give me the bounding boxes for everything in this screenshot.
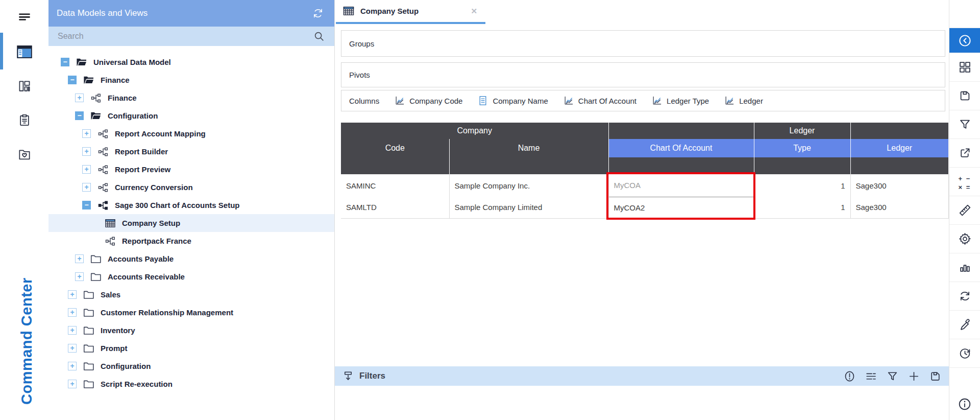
tab-company-setup[interactable]: Company Setup ✕ <box>335 0 485 22</box>
tree-item-finance[interactable]: +Finance <box>48 89 334 107</box>
folder-open-icon <box>76 58 87 67</box>
collapse-toggle-icon[interactable]: − <box>82 201 91 209</box>
tree-item-universal-data-model[interactable]: −Universal Data Model <box>48 53 334 71</box>
cell-type[interactable]: 1 <box>754 174 850 197</box>
collapse-toggle-icon[interactable]: − <box>61 58 69 66</box>
expand-toggle-icon[interactable]: + <box>82 183 91 192</box>
folder-closed-icon <box>90 272 102 282</box>
cell-ledger[interactable]: Sage300 <box>850 174 948 197</box>
collapse-panel-button[interactable] <box>949 28 980 53</box>
expand-toggle-icon[interactable]: + <box>75 254 84 263</box>
tree-item-prompt[interactable]: +Prompt <box>48 339 334 357</box>
expand-toggle-icon[interactable]: + <box>68 362 77 370</box>
tree-item-report-preview[interactable]: +Report Preview <box>48 160 334 178</box>
collapse-toggle-icon[interactable]: − <box>68 76 77 84</box>
column-chip-ledger-type[interactable]: Ledger Type <box>652 96 709 106</box>
refresh-icon[interactable] <box>312 7 324 19</box>
rail-button-menu[interactable] <box>0 3 48 32</box>
expand-toggle-icon[interactable]: + <box>75 94 84 102</box>
expand-toggle-icon[interactable]: + <box>68 290 77 299</box>
column-header-code[interactable]: Code <box>341 139 449 157</box>
refresh-button[interactable] <box>949 282 980 311</box>
tree-item-sage-300-chart-of-accounts-setup[interactable]: −Sage 300 Chart of Accounts Setup <box>48 196 334 214</box>
funnel-icon <box>958 118 972 131</box>
column-chip-company-name[interactable]: Company Name <box>478 96 548 106</box>
collapse-toggle-icon[interactable]: − <box>75 111 84 120</box>
expand-toggle-icon[interactable]: + <box>82 165 91 174</box>
formula-button[interactable]: + −× = <box>949 168 980 196</box>
tree-item-configuration[interactable]: −Configuration <box>48 107 334 125</box>
tree-item-finance[interactable]: −Finance <box>48 71 334 89</box>
cell-name[interactable]: Sample Company Limited <box>449 197 608 218</box>
cell-chart-of-account[interactable]: MyCOA2 <box>608 197 754 218</box>
cell-code[interactable]: SAMINC <box>341 174 449 197</box>
column-header-name[interactable]: Name <box>449 139 608 157</box>
save-button[interactable] <box>949 82 980 110</box>
tree-item-report-builder[interactable]: +Report Builder <box>48 143 334 160</box>
ruler-button[interactable] <box>949 196 980 225</box>
grid-squares-icon <box>958 60 972 74</box>
tree-item-report-account-mapping[interactable]: +Report Account Mapping <box>48 125 334 143</box>
cell-ledger[interactable]: Sage300 <box>850 197 948 218</box>
expand-toggle-icon[interactable]: + <box>68 326 77 335</box>
grid-view-button[interactable] <box>949 53 980 82</box>
expand-toggle-icon[interactable]: + <box>82 129 91 138</box>
column-chip-chart-of-account[interactable]: Chart Of Account <box>564 96 636 106</box>
tree-item-script-re-execution[interactable]: +Script Re-execution <box>48 375 334 393</box>
groups-dropzone[interactable]: Groups <box>341 30 945 57</box>
expand-toggle-icon[interactable]: + <box>68 344 77 353</box>
tree-item-label: Accounts Receivable <box>108 272 185 281</box>
tree-item-configuration[interactable]: +Configuration <box>48 357 334 375</box>
expand-toggle-icon[interactable]: + <box>68 380 77 388</box>
cell-name[interactable]: Sample Company Inc. <box>449 174 608 197</box>
expand-toggle-icon[interactable]: + <box>75 272 84 281</box>
expand-toggle-icon[interactable]: + <box>82 147 91 156</box>
tree-item-sales[interactable]: +Sales <box>48 286 334 304</box>
tree-item-accounts-receivable[interactable]: +Accounts Receivable <box>48 268 334 286</box>
rail-button-favorites[interactable] <box>0 140 48 169</box>
column-header-type[interactable]: Type <box>754 139 850 157</box>
search-icon[interactable] <box>313 30 325 42</box>
close-icon[interactable]: ✕ <box>471 7 477 16</box>
cell-code[interactable]: SAMLTD <box>341 197 449 218</box>
tree-item-currency-conversion[interactable]: +Currency Conversion <box>48 178 334 196</box>
bar-chart-icon <box>958 261 972 274</box>
add-filter-button[interactable] <box>908 370 920 383</box>
column-chip-company-code[interactable]: Company Code <box>395 96 462 106</box>
pivots-dropzone[interactable]: Pivots <box>341 62 945 87</box>
tree-item-company-setup[interactable]: Company Setup <box>48 214 334 232</box>
tree-item-label: Universal Data Model <box>93 58 171 66</box>
alert-button[interactable] <box>843 370 856 383</box>
expand-toggle-icon[interactable]: + <box>68 308 77 317</box>
column-chip-ledger[interactable]: Ledger <box>724 96 763 106</box>
info-button[interactable] <box>949 391 980 417</box>
rail-button-tasks[interactable] <box>0 106 48 134</box>
column-header-chart-of-account[interactable]: Chart Of Account <box>608 139 754 157</box>
list-button[interactable] <box>865 370 877 383</box>
rail-button-data-models[interactable] <box>0 37 48 66</box>
share-button[interactable] <box>949 139 980 168</box>
filter-button[interactable] <box>886 370 899 383</box>
tree-item-inventory[interactable]: +Inventory <box>48 321 334 339</box>
filter-button[interactable] <box>949 110 980 139</box>
folder-closed-icon <box>83 380 94 389</box>
filters-bar[interactable]: Filters <box>335 366 949 386</box>
eyedropper-button[interactable] <box>949 311 980 339</box>
filter-collapse-icon[interactable] <box>342 370 354 382</box>
main-content: Company Setup ✕ Groups Pivots Columns Co… <box>335 0 949 420</box>
cell-type[interactable]: 1 <box>754 197 850 218</box>
measure-icon <box>652 96 662 106</box>
search-input[interactable] <box>57 31 313 41</box>
model-filled-icon <box>97 201 109 210</box>
tree-item-customer-relationship-management[interactable]: +Customer Relationship Management <box>48 304 334 321</box>
table-grid-icon <box>105 219 116 228</box>
tree-item-accounts-payable[interactable]: +Accounts Payable <box>48 250 334 268</box>
tree-item-reportpack-france[interactable]: Reportpack France <box>48 232 334 250</box>
save-filter-button[interactable] <box>929 370 942 383</box>
chart-button[interactable] <box>949 253 980 282</box>
cell-chart-of-account[interactable]: MyCOA <box>608 174 754 197</box>
column-header-ledger[interactable]: Ledger <box>850 139 948 157</box>
settings-button[interactable] <box>949 225 980 253</box>
history-button[interactable] <box>949 339 980 368</box>
rail-button-dashboards[interactable] <box>0 72 48 100</box>
